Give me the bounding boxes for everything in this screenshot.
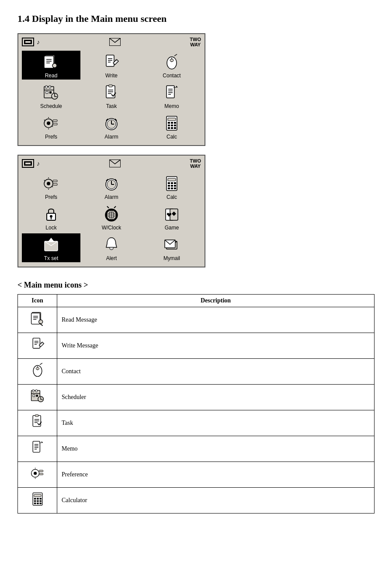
game-label: Game xyxy=(165,225,179,231)
svg-rect-136 xyxy=(33,395,35,397)
svg-rect-88 xyxy=(174,182,176,184)
mymail-icon xyxy=(162,235,181,254)
svg-point-151 xyxy=(34,472,37,475)
icon-calc[interactable]: Calc xyxy=(142,112,201,141)
svg-point-120 xyxy=(38,320,42,324)
icon-lock[interactable]: Lock xyxy=(22,203,80,232)
prefs-label-2: Prefs xyxy=(45,194,57,200)
table-cell-icon xyxy=(18,333,57,359)
icon-prefs-2[interactable]: Prefs xyxy=(22,172,80,201)
table-row: Memo xyxy=(18,436,375,462)
icon-contact[interactable]: Contact xyxy=(142,51,201,80)
col-header-icon: Icon xyxy=(18,295,57,307)
svg-rect-76 xyxy=(53,180,57,182)
svg-rect-163 xyxy=(39,500,42,502)
icon-memo[interactable]: Memo xyxy=(142,81,201,110)
mail-icon-1 xyxy=(109,38,121,46)
calc-label-2: Calc xyxy=(167,194,177,200)
two-way-label-1: TWOWAY xyxy=(190,37,201,47)
table-cell-description: Write Message xyxy=(57,333,375,359)
txset-icon xyxy=(42,235,61,254)
icon-alert[interactable]: Alert xyxy=(82,233,141,262)
prefs-label: Prefs xyxy=(45,134,57,140)
alert-label: Alert xyxy=(106,255,117,261)
svg-line-106 xyxy=(114,206,116,208)
alert-icon xyxy=(102,235,121,254)
svg-rect-30 xyxy=(109,85,112,87)
table-cell-description: Task xyxy=(57,410,375,436)
table-cell-description: Scheduler xyxy=(57,385,375,410)
svg-point-20 xyxy=(170,59,173,62)
table-row: Write Message xyxy=(18,333,375,359)
table-row: Task xyxy=(18,410,375,436)
svg-rect-12 xyxy=(106,55,114,66)
table-header-row: Icon Description xyxy=(18,295,375,307)
statusbar-1: ♪ TWOWAY xyxy=(22,37,201,47)
svg-rect-57 xyxy=(171,122,173,124)
svg-rect-89 xyxy=(168,185,170,187)
icon-schedule[interactable]: Schedule xyxy=(22,81,80,110)
svg-rect-62 xyxy=(168,127,170,129)
table-row: Calculator xyxy=(18,488,375,514)
svg-rect-86 xyxy=(168,182,170,184)
svg-rect-161 xyxy=(34,500,36,502)
statusbar-2: ♪ TWOWAY xyxy=(22,158,201,169)
icon-calc-2[interactable]: Calc xyxy=(142,172,201,201)
svg-rect-166 xyxy=(39,503,42,504)
svg-rect-91 xyxy=(174,185,176,187)
alarm-icon-2 xyxy=(102,174,121,193)
prefs-icon xyxy=(42,114,61,133)
table-cell-description: Preference xyxy=(57,462,375,488)
icon-txset[interactable]: Tx set xyxy=(22,233,80,262)
screens-container: ♪ TWOWAY xyxy=(17,33,375,267)
task-icon xyxy=(102,83,121,102)
table-row: Contact xyxy=(18,359,375,385)
table-cell-description: Memo xyxy=(57,436,375,462)
svg-rect-162 xyxy=(37,500,39,502)
game-icon xyxy=(162,205,181,224)
svg-rect-144 xyxy=(33,441,40,452)
svg-rect-158 xyxy=(34,498,36,500)
memo-label: Memo xyxy=(164,103,179,109)
device-screen-1: ♪ TWOWAY xyxy=(17,33,205,146)
icon-alarm-2[interactable]: Alarm xyxy=(82,172,141,201)
svg-rect-159 xyxy=(37,498,39,500)
svg-rect-63 xyxy=(171,127,173,129)
icon-game[interactable]: Game xyxy=(142,203,201,232)
icon-wclock[interactable]: W/Clock xyxy=(82,203,141,232)
mail-icon-2 xyxy=(109,160,121,167)
svg-rect-64 xyxy=(174,127,176,129)
svg-rect-3 xyxy=(25,41,31,43)
icon-task[interactable]: Task xyxy=(82,81,141,110)
svg-rect-23 xyxy=(45,86,47,88)
icon-read[interactable]: Read xyxy=(22,51,80,80)
svg-rect-157 xyxy=(34,495,41,497)
alarm-label-2: Alarm xyxy=(104,194,118,200)
schedule-icon xyxy=(42,83,61,102)
svg-line-44 xyxy=(44,120,45,121)
section-heading: < Main menu icons > xyxy=(17,281,375,290)
table-cell-description: Contact xyxy=(57,359,375,385)
svg-rect-140 xyxy=(35,415,38,417)
svg-rect-94 xyxy=(174,187,176,189)
svg-rect-59 xyxy=(168,125,170,126)
svg-rect-93 xyxy=(171,187,173,189)
svg-rect-24 xyxy=(49,86,51,88)
alarm-label: Alarm xyxy=(104,134,118,140)
icon-alarm[interactable]: Alarm xyxy=(82,112,141,141)
calc-icon xyxy=(162,114,181,133)
table-cell-icon xyxy=(18,307,57,333)
svg-point-41 xyxy=(47,121,50,125)
col-header-description: Description xyxy=(57,295,375,307)
icon-mymail[interactable]: Mymail xyxy=(142,233,201,262)
table-row: Scheduler xyxy=(18,385,375,410)
icons-table: Icon Description Read MessageWrite Messa… xyxy=(17,294,375,514)
svg-rect-122 xyxy=(33,338,40,348)
icon-write[interactable]: Write xyxy=(82,51,141,80)
icon-prefs[interactable]: Prefs xyxy=(22,112,80,141)
svg-rect-56 xyxy=(168,122,170,124)
svg-rect-155 xyxy=(39,473,43,475)
contact-label: Contact xyxy=(163,73,180,79)
svg-rect-27 xyxy=(49,91,52,94)
svg-line-45 xyxy=(52,126,53,127)
